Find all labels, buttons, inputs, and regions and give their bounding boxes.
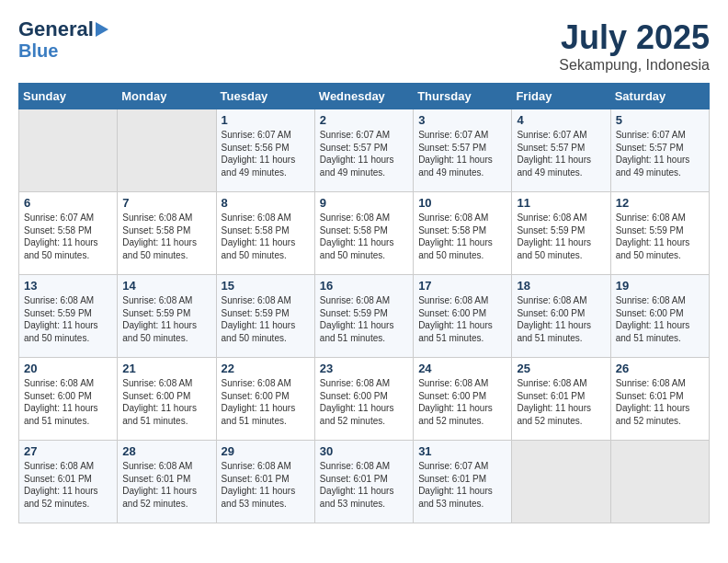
- calendar-table: SundayMondayTuesdayWednesdayThursdayFrid…: [18, 83, 710, 523]
- calendar-cell: 23Sunrise: 6:08 AM Sunset: 6:00 PM Dayli…: [314, 358, 413, 441]
- weekday-header-wednesday: Wednesday: [314, 84, 413, 109]
- day-number: 21: [122, 362, 210, 375]
- day-info: Sunrise: 6:08 AM Sunset: 5:58 PM Dayligh…: [222, 212, 310, 261]
- weekday-header-tuesday: Tuesday: [216, 84, 314, 109]
- page-header: General Blue July 2025 Sekampung, Indone…: [18, 18, 710, 74]
- calendar-cell: 5Sunrise: 6:07 AM Sunset: 5:57 PM Daylig…: [610, 109, 709, 192]
- logo-text-general: General: [18, 18, 94, 40]
- calendar-cell: 9Sunrise: 6:08 AM Sunset: 5:58 PM Daylig…: [314, 192, 413, 275]
- day-info: Sunrise: 6:08 AM Sunset: 5:59 PM Dayligh…: [24, 294, 112, 344]
- day-number: 12: [616, 196, 704, 210]
- day-info: Sunrise: 6:08 AM Sunset: 6:01 PM Dayligh…: [24, 460, 112, 510]
- calendar-cell: 10Sunrise: 6:08 AM Sunset: 5:58 PM Dayli…: [414, 192, 512, 275]
- day-info: Sunrise: 6:07 AM Sunset: 5:57 PM Dayligh…: [320, 129, 408, 178]
- day-info: Sunrise: 6:08 AM Sunset: 6:00 PM Dayligh…: [616, 294, 704, 344]
- weekday-header-monday: Monday: [118, 84, 216, 109]
- day-info: Sunrise: 6:08 AM Sunset: 6:01 PM Dayligh…: [517, 377, 605, 427]
- weekday-header-sunday: Sunday: [19, 84, 118, 109]
- calendar-cell: 12Sunrise: 6:08 AM Sunset: 5:59 PM Dayli…: [610, 192, 709, 275]
- calendar-cell: 15Sunrise: 6:08 AM Sunset: 5:59 PM Dayli…: [216, 275, 314, 358]
- day-number: 20: [24, 362, 112, 375]
- calendar-cell: 14Sunrise: 6:08 AM Sunset: 5:59 PM Dayli…: [118, 275, 216, 358]
- calendar-cell: 7Sunrise: 6:08 AM Sunset: 5:58 PM Daylig…: [118, 192, 216, 275]
- calendar-cell: 1Sunrise: 6:07 AM Sunset: 5:56 PM Daylig…: [216, 109, 314, 192]
- calendar-cell: 18Sunrise: 6:08 AM Sunset: 6:00 PM Dayli…: [512, 275, 610, 358]
- day-number: 28: [122, 444, 210, 458]
- day-info: Sunrise: 6:07 AM Sunset: 5:57 PM Dayligh…: [616, 129, 704, 178]
- day-number: 25: [517, 362, 605, 375]
- day-number: 18: [517, 279, 605, 293]
- logo: General Blue: [18, 18, 108, 61]
- calendar-cell: 22Sunrise: 6:08 AM Sunset: 6:00 PM Dayli…: [216, 358, 314, 441]
- day-info: Sunrise: 6:08 AM Sunset: 6:01 PM Dayligh…: [616, 377, 704, 427]
- calendar-cell: [19, 109, 118, 192]
- calendar-cell: 29Sunrise: 6:08 AM Sunset: 6:01 PM Dayli…: [216, 441, 314, 523]
- day-number: 1: [222, 113, 310, 127]
- month-title: July 2025: [559, 18, 710, 57]
- day-info: Sunrise: 6:08 AM Sunset: 5:58 PM Dayligh…: [122, 212, 210, 261]
- day-info: Sunrise: 6:08 AM Sunset: 6:00 PM Dayligh…: [418, 294, 506, 344]
- calendar-cell: 8Sunrise: 6:08 AM Sunset: 5:58 PM Daylig…: [216, 192, 314, 275]
- day-number: 29: [222, 444, 310, 458]
- calendar-cell: 17Sunrise: 6:08 AM Sunset: 6:00 PM Dayli…: [414, 275, 512, 358]
- day-number: 3: [418, 113, 506, 127]
- title-block: July 2025 Sekampung, Indonesia: [559, 18, 710, 74]
- calendar-cell: [610, 441, 709, 523]
- day-number: 24: [418, 362, 506, 375]
- calendar-cell: 26Sunrise: 6:08 AM Sunset: 6:01 PM Dayli…: [610, 358, 709, 441]
- day-info: Sunrise: 6:07 AM Sunset: 5:58 PM Dayligh…: [24, 212, 112, 261]
- day-info: Sunrise: 6:08 AM Sunset: 5:59 PM Dayligh…: [320, 294, 408, 344]
- day-number: 22: [222, 362, 310, 375]
- day-number: 14: [122, 279, 210, 293]
- day-info: Sunrise: 6:08 AM Sunset: 5:59 PM Dayligh…: [222, 294, 310, 344]
- day-number: 16: [320, 279, 408, 293]
- calendar-cell: [512, 441, 610, 523]
- calendar-cell: 27Sunrise: 6:08 AM Sunset: 6:01 PM Dayli…: [19, 441, 118, 523]
- day-number: 27: [24, 444, 112, 458]
- day-number: 15: [222, 279, 310, 293]
- day-number: 30: [320, 444, 408, 458]
- day-info: Sunrise: 6:08 AM Sunset: 6:00 PM Dayligh…: [517, 294, 605, 344]
- day-info: Sunrise: 6:08 AM Sunset: 6:00 PM Dayligh…: [122, 377, 210, 427]
- calendar-cell: 3Sunrise: 6:07 AM Sunset: 5:57 PM Daylig…: [414, 109, 512, 192]
- calendar-cell: 19Sunrise: 6:08 AM Sunset: 6:00 PM Dayli…: [610, 275, 709, 358]
- calendar-cell: 21Sunrise: 6:08 AM Sunset: 6:00 PM Dayli…: [118, 358, 216, 441]
- day-number: 8: [222, 196, 310, 210]
- day-info: Sunrise: 6:08 AM Sunset: 6:00 PM Dayligh…: [222, 377, 310, 427]
- day-info: Sunrise: 6:07 AM Sunset: 5:57 PM Dayligh…: [418, 129, 506, 178]
- calendar-cell: 25Sunrise: 6:08 AM Sunset: 6:01 PM Dayli…: [512, 358, 610, 441]
- logo-arrow-icon: [96, 22, 108, 37]
- day-number: 31: [418, 444, 506, 458]
- day-info: Sunrise: 6:08 AM Sunset: 6:01 PM Dayligh…: [320, 460, 408, 510]
- day-number: 7: [122, 196, 210, 210]
- day-number: 23: [320, 362, 408, 375]
- day-number: 26: [616, 362, 704, 375]
- calendar-cell: 24Sunrise: 6:08 AM Sunset: 6:00 PM Dayli…: [414, 358, 512, 441]
- day-info: Sunrise: 6:08 AM Sunset: 5:58 PM Dayligh…: [320, 212, 408, 261]
- calendar-cell: 11Sunrise: 6:08 AM Sunset: 5:59 PM Dayli…: [512, 192, 610, 275]
- day-info: Sunrise: 6:07 AM Sunset: 5:57 PM Dayligh…: [517, 129, 605, 178]
- weekday-header-friday: Friday: [512, 84, 610, 109]
- day-info: Sunrise: 6:08 AM Sunset: 6:01 PM Dayligh…: [122, 460, 210, 510]
- calendar-cell: 2Sunrise: 6:07 AM Sunset: 5:57 PM Daylig…: [314, 109, 413, 192]
- calendar-cell: 16Sunrise: 6:08 AM Sunset: 5:59 PM Dayli…: [314, 275, 413, 358]
- weekday-header-saturday: Saturday: [610, 84, 709, 109]
- calendar-cell: 28Sunrise: 6:08 AM Sunset: 6:01 PM Dayli…: [118, 441, 216, 523]
- day-info: Sunrise: 6:08 AM Sunset: 6:00 PM Dayligh…: [24, 377, 112, 427]
- day-number: 5: [616, 113, 704, 127]
- weekday-header-thursday: Thursday: [414, 84, 512, 109]
- day-number: 13: [24, 279, 112, 293]
- day-number: 6: [24, 196, 112, 210]
- day-number: 10: [418, 196, 506, 210]
- calendar-cell: 13Sunrise: 6:08 AM Sunset: 5:59 PM Dayli…: [19, 275, 118, 358]
- calendar-cell: 20Sunrise: 6:08 AM Sunset: 6:00 PM Dayli…: [19, 358, 118, 441]
- calendar-cell: 31Sunrise: 6:07 AM Sunset: 6:01 PM Dayli…: [414, 441, 512, 523]
- day-info: Sunrise: 6:07 AM Sunset: 5:56 PM Dayligh…: [222, 129, 310, 178]
- day-info: Sunrise: 6:08 AM Sunset: 6:01 PM Dayligh…: [222, 460, 310, 510]
- day-number: 9: [320, 196, 408, 210]
- day-number: 11: [517, 196, 605, 210]
- calendar-cell: [118, 109, 216, 192]
- day-info: Sunrise: 6:08 AM Sunset: 5:59 PM Dayligh…: [616, 212, 704, 261]
- day-number: 4: [517, 113, 605, 127]
- day-info: Sunrise: 6:08 AM Sunset: 5:59 PM Dayligh…: [122, 294, 210, 344]
